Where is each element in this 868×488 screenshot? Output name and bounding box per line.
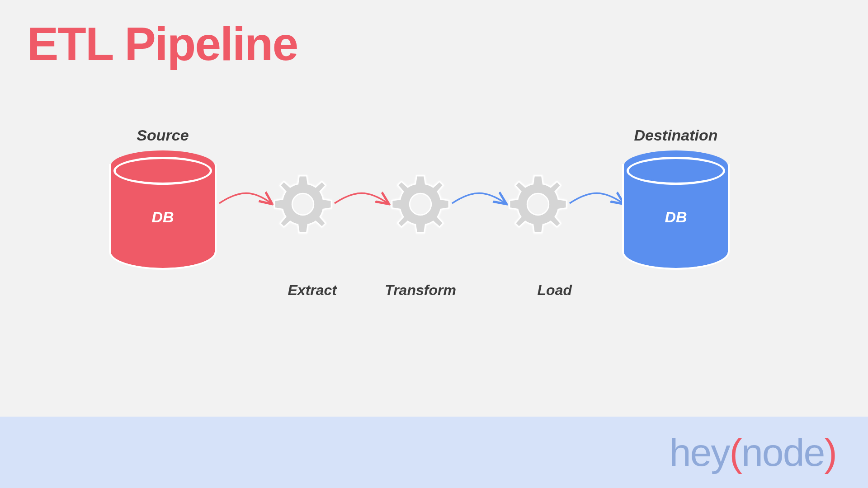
- brand-open-paren: (: [729, 431, 741, 474]
- footer-bar: hey(node): [0, 417, 868, 488]
- destination-node: Destination DB: [624, 127, 728, 268]
- source-label: Source: [111, 127, 215, 144]
- destination-db-text: DB: [624, 208, 728, 226]
- load-label: Load: [538, 282, 572, 299]
- load-step: Load: [504, 173, 572, 299]
- brand-logo: hey(node): [670, 430, 836, 475]
- diagram-stage: Source DB Extract Transform: [0, 122, 868, 303]
- destination-label: Destination: [624, 127, 728, 144]
- database-icon: DB: [624, 150, 728, 268]
- brand-close-paren: ): [824, 431, 836, 474]
- brand-node: node: [741, 431, 824, 474]
- svg-point-2: [527, 193, 549, 215]
- gear-icon: [271, 173, 335, 236]
- source-node: Source DB: [111, 127, 215, 268]
- brand-hey: hey: [670, 431, 730, 474]
- transform-label: Transform: [385, 282, 456, 299]
- extract-step: Extract: [269, 173, 337, 299]
- svg-point-0: [292, 193, 314, 215]
- source-db-text: DB: [111, 208, 215, 226]
- gear-icon: [389, 173, 452, 236]
- svg-point-1: [410, 193, 431, 215]
- page-title: ETL Pipeline: [27, 17, 297, 71]
- extract-label: Extract: [288, 282, 337, 299]
- transform-step: Transform: [387, 173, 454, 299]
- database-icon: DB: [111, 150, 215, 268]
- gear-icon: [506, 173, 570, 236]
